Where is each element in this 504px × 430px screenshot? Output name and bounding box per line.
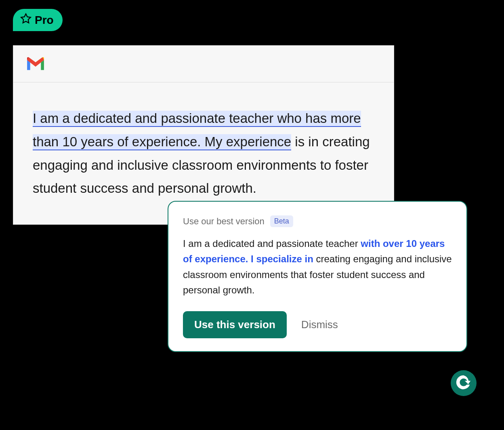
- use-this-version-button[interactable]: Use this version: [183, 311, 287, 338]
- pro-badge-label: Pro: [35, 14, 54, 27]
- gmail-header: [13, 46, 394, 82]
- beta-badge: Beta: [270, 215, 293, 227]
- svg-marker-0: [21, 14, 30, 23]
- grammarly-badge[interactable]: [451, 370, 477, 396]
- star-icon: [20, 13, 32, 27]
- suggestion-text-part1: I am a dedicated and passionate teacher: [183, 238, 361, 249]
- suggestion-title: Use our best version: [183, 216, 265, 227]
- pro-badge: Pro: [13, 9, 63, 31]
- suggestion-actions: Use this version Dismiss: [183, 311, 452, 338]
- gmail-icon: [25, 66, 46, 73]
- suggestion-header: Use our best version Beta: [183, 215, 452, 227]
- suggestion-card: Use our best version Beta I am a dedicat…: [168, 201, 467, 352]
- grammarly-icon: [455, 374, 472, 392]
- dismiss-button[interactable]: Dismiss: [301, 318, 338, 331]
- gmail-window: I am a dedicated and passionate teacher …: [13, 45, 394, 225]
- suggestion-text: I am a dedicated and passionate teacher …: [183, 236, 452, 298]
